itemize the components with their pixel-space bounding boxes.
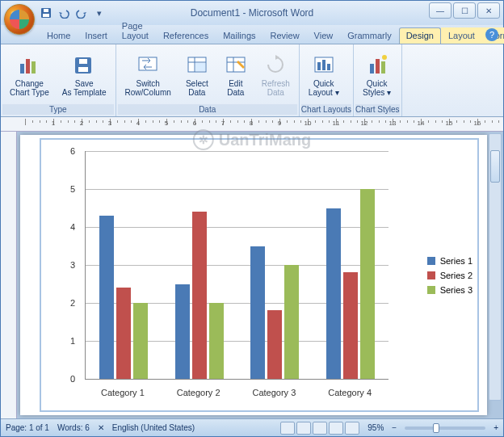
chart-object[interactable]: Series 1Series 2Series 30123456Category … [40, 138, 479, 412]
svg-rect-18 [317, 62, 321, 70]
zoom-level[interactable]: 95% [368, 423, 384, 432]
tab-home[interactable]: Home [40, 27, 78, 44]
minimize-button[interactable]: — [429, 2, 452, 19]
tab-page-layout[interactable]: Page Layout [115, 18, 156, 44]
ribbon-group-type: ChangeChart TypeSaveAs TemplateType [1, 44, 116, 116]
switch-row-column-button[interactable]: SwitchRow/Column [120, 48, 177, 101]
edit-data-button[interactable]: EditData [217, 48, 254, 101]
bar[interactable] [209, 303, 224, 379]
svg-rect-23 [381, 61, 385, 74]
tab-design[interactable]: Design [399, 27, 441, 44]
svg-rect-13 [195, 63, 205, 71]
bar[interactable] [326, 208, 341, 380]
tab-review[interactable]: Review [263, 27, 307, 44]
group-label: Data [118, 104, 297, 115]
redo-icon[interactable] [75, 6, 88, 19]
undo-icon[interactable] [57, 6, 70, 19]
switch-icon [135, 52, 161, 78]
zoom-out-button[interactable]: − [392, 423, 397, 432]
bar[interactable] [175, 284, 190, 380]
bar-group [250, 246, 299, 380]
legend-swatch [427, 271, 435, 279]
zoom-slider[interactable] [405, 426, 485, 430]
svg-rect-3 [20, 64, 24, 74]
qat-dropdown-icon[interactable]: ▾ [93, 6, 106, 19]
chart-legend: Series 1Series 2Series 3 [427, 251, 472, 300]
draft-view-button[interactable] [345, 422, 359, 435]
bar[interactable] [133, 303, 148, 379]
quick-layout-button[interactable]: QuickLayout ▾ [303, 48, 345, 101]
svg-rect-7 [78, 67, 88, 72]
svg-rect-20 [327, 64, 330, 70]
select-data-button[interactable]: SelectData [178, 48, 216, 101]
tab-references[interactable]: References [156, 27, 216, 44]
bar[interactable] [343, 272, 358, 379]
office-button[interactable] [4, 4, 35, 35]
status-words[interactable]: Words: 6 [57, 423, 90, 432]
button-label: SaveAs Template [62, 79, 107, 97]
bar-group [326, 189, 375, 379]
maximize-button[interactable]: ☐ [453, 2, 476, 19]
quick-styles-icon [364, 52, 390, 78]
tab-layout[interactable]: Layout [441, 27, 482, 44]
tab-view[interactable]: View [307, 27, 341, 44]
bar[interactable] [116, 288, 131, 379]
vertical-ruler[interactable] [1, 132, 17, 418]
window-title: Document1 - Microsoft Word [191, 7, 314, 19]
y-tick-label: 5 [70, 184, 75, 194]
quick-styles-button[interactable]: QuickStyles ▾ [357, 48, 397, 101]
svg-rect-4 [26, 59, 30, 74]
select-data-icon [184, 52, 210, 78]
legend-item[interactable]: Series 2 [427, 271, 472, 280]
svg-rect-9 [139, 57, 157, 70]
bar[interactable] [360, 189, 375, 379]
bar[interactable] [284, 265, 299, 379]
legend-label: Series 3 [440, 285, 472, 295]
status-language[interactable]: English (United States) [112, 423, 195, 432]
page[interactable]: Series 1Series 2Series 30123456Category … [20, 135, 487, 415]
svg-rect-19 [322, 60, 326, 70]
tab-grammarly[interactable]: Grammarly [340, 27, 398, 44]
svg-rect-8 [79, 59, 87, 64]
legend-swatch [427, 257, 435, 265]
status-page[interactable]: Page: 1 of 1 [6, 423, 49, 432]
legend-item[interactable]: Series 1 [427, 256, 472, 266]
legend-item[interactable]: Series 3 [427, 285, 472, 295]
save-icon[interactable] [40, 6, 52, 19]
button-label: SelectData [186, 79, 208, 97]
proofing-icon[interactable]: ✕ [98, 423, 104, 432]
svg-rect-2 [44, 9, 48, 12]
x-tick-label: Category 2 [177, 388, 220, 397]
ribbon-group-chart-layouts: QuickLayout ▾Chart Layouts [300, 44, 354, 116]
tab-mailings[interactable]: Mailings [216, 27, 262, 44]
zoom-slider-thumb[interactable] [433, 423, 439, 433]
bar[interactable] [267, 310, 282, 379]
ribbon-group-chart-styles: QuickStyles ▾Chart Styles [354, 44, 401, 116]
x-tick-label: Category 3 [252, 388, 296, 397]
y-tick-label: 4 [70, 222, 75, 232]
svg-rect-21 [370, 64, 374, 74]
zoom-in-button[interactable]: + [494, 423, 498, 432]
bar[interactable] [192, 212, 207, 379]
button-label: QuickStyles ▾ [363, 79, 391, 97]
help-icon[interactable]: ? [485, 28, 498, 41]
bar[interactable] [250, 246, 265, 380]
close-button[interactable]: ✕ [477, 2, 500, 19]
y-tick-label: 3 [70, 260, 75, 270]
button-label: SwitchRow/Column [125, 79, 171, 97]
vertical-scrollbar[interactable] [489, 133, 502, 401]
web-layout-view-button[interactable] [313, 422, 327, 435]
outline-view-button[interactable] [329, 422, 343, 435]
refresh-data-button: RefreshData [256, 48, 296, 101]
scrollbar-thumb[interactable] [490, 150, 500, 183]
ribbon-tabs: HomeInsertPage LayoutReferencesMailingsR… [1, 25, 503, 44]
print-layout-view-button[interactable] [280, 422, 295, 435]
tab-insert[interactable]: Insert [78, 27, 115, 44]
legend-swatch [427, 286, 435, 294]
save-as-template-button[interactable]: SaveAs Template [57, 48, 112, 101]
full-screen-view-button[interactable] [296, 422, 311, 435]
bar[interactable] [99, 216, 114, 379]
horizontal-ruler[interactable]: 12345678910111213141516 [1, 117, 503, 132]
change-chart-type-button[interactable]: ChangeChart Type [4, 48, 55, 101]
legend-label: Series 1 [440, 256, 472, 266]
